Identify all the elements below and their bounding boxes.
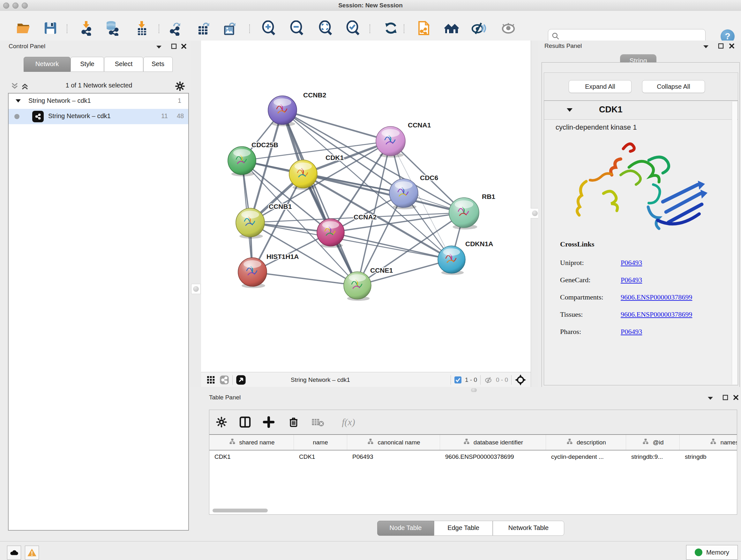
export-image-button[interactable] xyxy=(221,20,238,37)
edge-HIST1H1A-CCNE1[interactable] xyxy=(253,272,357,286)
column-header-name[interactable]: name xyxy=(294,435,347,450)
column-header-shared-name[interactable]: shared name xyxy=(209,435,294,450)
collapse-all-chevron-icon[interactable] xyxy=(10,82,19,90)
column-header-canonical-name[interactable]: canonical name xyxy=(347,435,440,450)
panel-menu-icon[interactable] xyxy=(703,45,709,49)
zoom-selected-button[interactable] xyxy=(345,20,361,37)
node-CDC6[interactable]: CDC6 xyxy=(389,174,438,207)
node-CCNB1[interactable]: CCNB1 xyxy=(236,203,292,237)
zoom-in-button[interactable] xyxy=(260,20,277,37)
node-HIST1H1A[interactable]: HIST1H1A xyxy=(238,253,299,287)
protein-structure-image xyxy=(573,137,713,236)
save-session-button[interactable] xyxy=(42,20,59,37)
table-cell[interactable]: CDK1 xyxy=(209,450,294,463)
function-builder-button[interactable]: f(x) xyxy=(336,415,361,430)
memory-button[interactable]: Memory xyxy=(686,545,738,560)
gear-icon[interactable] xyxy=(175,81,185,91)
hide-unhide-button[interactable] xyxy=(470,20,487,37)
create-column-button[interactable] xyxy=(261,415,276,430)
grid-view-icon[interactable] xyxy=(207,376,215,384)
table-splitter[interactable] xyxy=(201,387,741,392)
node-RB1[interactable]: RB1 xyxy=(449,193,495,228)
table-cell[interactable]: P06493 xyxy=(347,450,440,463)
panel-float-icon[interactable] xyxy=(171,44,177,49)
delete-table-button[interactable] xyxy=(310,415,326,430)
fit-selected-crosshair-icon[interactable] xyxy=(515,374,526,386)
panel-float-icon[interactable] xyxy=(723,395,728,400)
edge-CCNA2-CDKN1A[interactable] xyxy=(331,233,452,260)
table-cell[interactable]: cyclin-dependent ... xyxy=(546,450,626,463)
network-collection-row[interactable]: String Network – cdk1 1 xyxy=(9,94,188,109)
results-scrollbar[interactable] xyxy=(732,102,737,384)
tree-collapse-icon[interactable] xyxy=(16,99,21,103)
protein-card-header[interactable]: CDK1 xyxy=(544,101,738,120)
network-canvas[interactable]: CCNB2CCNA1CDC25BCDK1CDC6RB1CCNB1CCNA2CDK… xyxy=(201,41,531,372)
crosslink-link[interactable]: P06493 xyxy=(621,259,642,267)
string-compartments-button[interactable] xyxy=(443,20,460,37)
column-header-@id[interactable]: @id xyxy=(626,435,680,450)
tab-select[interactable]: Select xyxy=(104,57,143,72)
table-row[interactable]: CDK1CDK1P064939606.ENSP00000378699cyclin… xyxy=(209,450,737,463)
import-network-database-button[interactable] xyxy=(104,20,121,37)
zoom-out-button[interactable] xyxy=(288,20,305,37)
crosslink-link[interactable]: 9606.ENSP00000378699 xyxy=(621,310,692,319)
table-cell[interactable]: 9606.ENSP00000378699 xyxy=(440,450,546,463)
tab-style[interactable]: Style xyxy=(71,57,104,72)
show-hidden-button[interactable] xyxy=(500,20,517,37)
right-splitter[interactable] xyxy=(531,41,538,387)
panel-menu-icon[interactable] xyxy=(707,396,714,400)
delete-column-button[interactable] xyxy=(286,415,301,430)
column-header-description[interactable]: description xyxy=(546,435,626,450)
table-settings-button[interactable] xyxy=(214,415,229,430)
tab-network[interactable]: Network xyxy=(23,57,71,72)
tab-node-table[interactable]: Node Table xyxy=(377,521,434,536)
table-cell[interactable]: CDK1 xyxy=(294,450,347,463)
string-protein-query-button[interactable] xyxy=(415,20,432,37)
expand-all-chevron-icon[interactable] xyxy=(21,82,29,90)
export-network-button[interactable] xyxy=(167,20,184,37)
column-label: database identifier xyxy=(474,439,523,446)
import-network-file-button[interactable] xyxy=(78,20,94,37)
tab-sets[interactable]: Sets xyxy=(143,57,173,72)
table-splitter-handle[interactable] xyxy=(471,388,477,392)
card-collapse-icon[interactable] xyxy=(566,108,573,112)
panel-float-icon[interactable] xyxy=(718,43,724,49)
network-thumbnail-icon[interactable] xyxy=(219,375,229,385)
hidden-eye-icon[interactable] xyxy=(484,376,493,384)
crosslink-link[interactable]: P06493 xyxy=(621,276,642,284)
column-header-namespace[interactable]: namespace xyxy=(680,435,737,450)
expand-all-button[interactable]: Expand All xyxy=(569,80,631,93)
crosslink-link[interactable]: 9606.ENSP00000378699 xyxy=(621,293,692,301)
column-header-database-identifier[interactable]: database identifier xyxy=(440,435,546,450)
export-table-button[interactable] xyxy=(195,20,212,37)
zoom-fit-button[interactable] xyxy=(317,20,334,37)
panel-close-icon[interactable] xyxy=(729,43,735,49)
table-cell[interactable]: stringdb xyxy=(680,450,737,463)
import-table-button[interactable] xyxy=(133,20,150,37)
show-columns-button[interactable] xyxy=(238,415,253,430)
cloud-status-button[interactable] xyxy=(7,546,21,560)
edge-CCNB2-CCNA1[interactable] xyxy=(282,110,391,141)
tab-edge-table[interactable]: Edge Table xyxy=(434,521,493,536)
panel-close-icon[interactable] xyxy=(733,395,739,400)
node-CCNA1[interactable]: CCNA1 xyxy=(376,121,431,156)
search-input[interactable] xyxy=(560,32,695,40)
table-cell[interactable]: stringdb:9... xyxy=(626,450,680,463)
warning-status-button[interactable] xyxy=(25,546,39,560)
table-panel-title: Table Panel xyxy=(209,394,241,401)
node-table[interactable]: shared namenamecanonical namedatabase id… xyxy=(209,435,737,514)
network-row-selected[interactable]: String Network – cdk1 11 48 xyxy=(9,109,188,124)
panel-menu-icon[interactable] xyxy=(156,45,162,49)
detach-view-icon[interactable] xyxy=(236,375,246,385)
collapse-all-button[interactable]: Collapse All xyxy=(642,80,705,93)
open-session-button[interactable] xyxy=(15,20,31,37)
left-splitter-handle[interactable] xyxy=(191,284,201,294)
crosslink-link[interactable]: P06493 xyxy=(621,327,642,336)
node-CDKN1A[interactable]: CDKN1A xyxy=(438,240,493,273)
left-splitter[interactable] xyxy=(191,41,202,387)
table-horizontal-scrollbar[interactable] xyxy=(212,509,268,512)
apply-layout-button[interactable] xyxy=(383,20,399,37)
tab-network-table[interactable]: Network Table xyxy=(493,521,564,536)
panel-close-icon[interactable] xyxy=(181,44,187,49)
selected-checkbox-icon[interactable] xyxy=(454,376,462,384)
